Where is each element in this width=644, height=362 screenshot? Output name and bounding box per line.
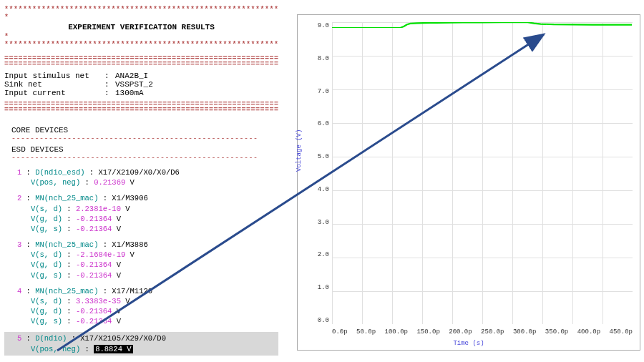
x-tick: 400.0p (577, 328, 600, 336)
x-axis-label: Time (s) (453, 340, 484, 347)
esd-devices-heading: ESD DEVICES (11, 145, 278, 154)
device-param: V(pos, neg) : 8.8824 V (17, 344, 278, 354)
y-tick: 7.0 (312, 88, 329, 95)
divider-double: ========================================… (4, 102, 278, 107)
chart-grid (332, 22, 633, 324)
divider-double: ========================================… (4, 56, 278, 62)
x-tick: 350.0p (545, 328, 568, 336)
x-tick: 450.0p (610, 328, 633, 336)
y-axis-label: Voltage (V) (296, 129, 303, 172)
input-net-value: ANA2B_I (115, 72, 148, 80)
sink-net-label: Sink net (4, 80, 104, 89)
x-tick: 250.0p (481, 328, 504, 336)
divider-stars: ****************************************… (4, 41, 278, 49)
results-text-pane: ****************************************… (0, 0, 283, 362)
x-axis-ticks: 0.0p50.0p100.0p150.0p200.0p250.0p300.0p3… (332, 328, 633, 336)
device-param: V(g, d) : -0.21364 V (17, 214, 278, 224)
x-tick: 50.0p (356, 328, 376, 336)
y-tick: 6.0 (312, 120, 329, 127)
stimulus-block: Input stimulus net : ANA2B_I Sink net : … (4, 72, 278, 97)
divider-stars: * (4, 14, 278, 21)
device-param: V(g, s) : -0.21364 V (17, 270, 278, 280)
devices-list: 1 : D(ndio_esd) : X17/X2109/X0/X0/D6 V(p… (4, 167, 278, 356)
device-header: 3 : MN(nch_25_mac) : X1/M3886 (17, 240, 278, 250)
device-block: 5 : D(ndio) : X17/X2105/X29/X0/D0 V(pos,… (17, 332, 278, 355)
chart-svg (332, 22, 632, 28)
sink-net-value: VSSPST_2 (115, 80, 153, 89)
divider-double: ========================================… (4, 107, 278, 113)
y-tick: 4.0 (312, 186, 329, 193)
divider-dashes: ----------------------------------------… (11, 134, 278, 142)
device-block: 3 : MN(nch_25_mac) : X1/M3886 V(s, d) : … (17, 240, 278, 280)
divider-dashes: ----------------------------------------… (11, 154, 278, 162)
y-tick: 9.0 (312, 22, 329, 29)
device-param: V(s, d) : 2.2381e-10 V (17, 204, 278, 214)
device-block: 4 : MN(nch_25_mac) : X17/M1120 V(s, d) :… (17, 286, 278, 327)
device-param: V(g, d) : -0.21364 V (17, 260, 278, 270)
device-header: 5 : D(ndio) : X17/X2105/X29/X0/D0 (17, 333, 278, 343)
device-param: V(g, s) : -0.21364 V (17, 224, 278, 234)
y-axis-ticks: 9.08.07.06.05.04.03.02.01.00.0 (312, 22, 329, 324)
divider-stars: ****************************************… (4, 6, 278, 14)
x-tick: 300.0p (513, 328, 536, 336)
device-header: 1 : D(ndio_esd) : X17/X2109/X0/X0/D6 (17, 167, 278, 177)
device-header: 4 : MN(nch_25_mac) : X17/M1120 (17, 286, 278, 296)
core-devices-heading: CORE DEVICES (11, 126, 278, 134)
divider-double: ========================================… (4, 62, 278, 67)
x-tick: 100.0p (385, 328, 408, 336)
device-param: V(s, d) : 3.3383e-35 V (17, 296, 278, 306)
input-net-label: Input stimulus net (4, 72, 104, 80)
divider-stars: * (4, 33, 278, 41)
y-tick: 2.0 (312, 251, 329, 258)
device-block: 1 : D(ndio_esd) : X17/X2109/X0/X0/D6 V(p… (17, 167, 278, 187)
y-tick: 3.0 (312, 219, 329, 226)
device-param: V(s, d) : -2.1684e-19 V (17, 250, 278, 260)
input-current-label: Input current (4, 89, 104, 97)
device-header: 2 : MN(nch_25_mac) : X1/M3906 (17, 193, 278, 203)
y-tick: 0.0 (312, 317, 329, 324)
x-tick: 150.0p (416, 328, 439, 336)
device-param: V(pos, neg) : 0.21369 V (17, 177, 278, 187)
x-tick: 0.0p (332, 328, 348, 336)
device-param: V(g, s) : -0.21364 V (17, 316, 278, 326)
input-current-value: 1300mA (115, 89, 144, 97)
results-title: EXPERIMENT VERIFICATION RESULTS (4, 23, 278, 31)
voltage-chart[interactable]: 9.08.07.06.05.04.03.02.01.00.0 0.0p50.0p… (297, 14, 640, 351)
chart-pane: 9.08.07.06.05.04.03.02.01.00.0 0.0p50.0p… (283, 0, 644, 362)
device-param: V(g, d) : -0.21364 V (17, 306, 278, 316)
y-tick: 5.0 (312, 153, 329, 160)
device-block: 2 : MN(nch_25_mac) : X1/M3906 V(s, d) : … (17, 193, 278, 234)
y-tick: 8.0 (312, 55, 329, 62)
y-tick: 1.0 (312, 284, 329, 291)
x-tick: 200.0p (449, 328, 472, 336)
chart-trace (332, 22, 632, 28)
